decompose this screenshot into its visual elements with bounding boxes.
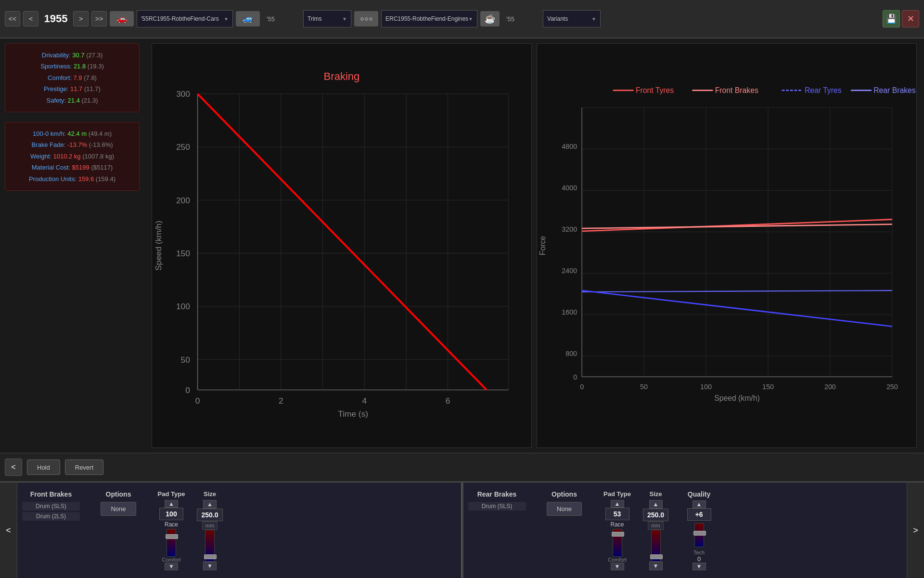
front-pad-down-btn[interactable]: ▼ <box>165 563 178 570</box>
front-brake-option-2[interactable]: Drum (2LS) <box>22 512 80 521</box>
quality-up-btn[interactable]: ▲ <box>693 500 706 508</box>
rear-pad-comfort-label: Comfort <box>608 557 627 563</box>
quality-down-btn[interactable]: ▼ <box>693 563 706 570</box>
front-brake-header: Front Brakes <box>30 490 72 498</box>
front-options-value[interactable]: None <box>101 502 136 516</box>
rear-options-value[interactable]: None <box>547 502 582 516</box>
front-pad-comfort-label: Comfort <box>162 557 180 563</box>
cost-label: Material Cost: <box>32 164 70 171</box>
svg-text:Time (s): Time (s) <box>338 409 368 419</box>
rear-size-up-btn[interactable]: ▲ <box>649 500 663 509</box>
rear-options-header: Options <box>552 490 577 498</box>
fade-compare: (-13.6%) <box>89 141 113 148</box>
svg-text:100: 100 <box>700 383 712 391</box>
brake-panel-left-nav[interactable]: < <box>0 483 17 578</box>
next-next-btn[interactable]: >> <box>91 11 107 26</box>
rear-pad-up-btn[interactable]: ▲ <box>611 500 624 508</box>
svg-text:6: 6 <box>446 396 450 406</box>
car-dropdown-arrow: ▼ <box>224 16 229 22</box>
svg-text:Front Brakes: Front Brakes <box>715 86 758 94</box>
front-brake-option-1[interactable]: Drum (SLS) <box>22 502 80 511</box>
safety-compare: (21.3) <box>82 97 98 104</box>
hold-button[interactable]: Hold <box>27 460 60 475</box>
weight-row: Weight: 1010.2 kg (1007.8 kg) <box>11 151 133 162</box>
units-value: 159.6 <box>78 175 94 183</box>
rear-brake-option-1[interactable]: Drum (SLS) <box>468 502 526 511</box>
engine-file-dropdown[interactable]: ERC1955-RobtheFiend-Engines ▼ <box>381 10 477 27</box>
cost-compare: ($5117) <box>91 164 113 171</box>
year-display: 1955 <box>41 13 70 25</box>
prev-prev-btn[interactable]: << <box>5 11 20 26</box>
rear-size-down-btn[interactable]: ▼ <box>649 562 663 570</box>
variants-year: '55 <box>502 13 541 25</box>
charts-area: Braking <box>144 39 924 453</box>
svg-text:3200: 3200 <box>562 225 577 233</box>
back-button[interactable]: < <box>5 459 22 476</box>
units-label: Production Units: <box>29 175 77 183</box>
drivability-value: 30.7 <box>72 52 84 59</box>
rear-brake-list: Drum (SLS) <box>468 502 526 511</box>
brake-panel: < Front Brakes Drum (SLS) Drum (2LS) Opt… <box>0 482 924 578</box>
car-file-section: '55RC1955-RobtheFiend-Cars ▼ <box>137 10 233 27</box>
quality-slider[interactable] <box>694 523 704 547</box>
rear-pad-down-btn[interactable]: ▼ <box>611 563 624 570</box>
force-chart: Front Tyres Front Brakes Rear Tyres Rear… <box>537 43 917 448</box>
svg-text:Front Tyres: Front Tyres <box>636 86 674 94</box>
next-btn[interactable]: > <box>73 11 89 26</box>
trims-dropdown[interactable]: Trims ▼ <box>303 10 351 27</box>
engine-section: ERC1955-RobtheFiend-Engines ▼ <box>381 10 477 27</box>
svg-text:4800: 4800 <box>562 143 577 150</box>
front-size-up-btn[interactable]: ▲ <box>203 500 217 509</box>
quality-tech-label: Tech <box>693 550 705 555</box>
cup-icon: ☕ <box>480 11 500 26</box>
trims-year: '55 <box>263 13 301 25</box>
svg-text:1600: 1600 <box>562 308 577 316</box>
svg-text:200: 200 <box>824 383 836 391</box>
prestige-label: Prestige: <box>44 85 68 92</box>
engine-icon: ⚙⚙⚙ <box>354 11 378 26</box>
svg-text:150: 150 <box>762 383 774 391</box>
front-options-header: Options <box>106 490 131 498</box>
rear-size-slider[interactable] <box>651 530 661 561</box>
svg-text:4000: 4000 <box>562 184 577 192</box>
weight-value: 1010.2 kg <box>53 153 80 160</box>
engine-dropdown-arrow: ▼ <box>468 16 473 22</box>
front-options-col: Options None <box>85 486 152 574</box>
quality-tech-value: 0 <box>697 555 701 563</box>
rear-pad-header: Pad Type <box>603 490 631 498</box>
comfort-row: Comfort: 7.9 (7.8) <box>11 72 133 83</box>
svg-text:800: 800 <box>565 350 577 357</box>
save-button[interactable]: 💾 <box>883 10 900 27</box>
brake-panel-right-nav[interactable]: > <box>907 483 924 578</box>
rear-brake-header: Rear Brakes <box>477 490 517 498</box>
top-bar-actions: 💾 ✕ <box>883 10 919 27</box>
prev-btn[interactable]: < <box>23 11 38 26</box>
brake-distance-row: 100-0 km/h: 42.4 m (49.4 m) <box>11 128 133 139</box>
svg-text:Braking: Braking <box>324 70 360 82</box>
svg-text:2400: 2400 <box>562 267 577 275</box>
quality-value: +6 <box>687 508 711 521</box>
front-pad-up-btn[interactable]: ▲ <box>165 500 178 508</box>
comfort-compare: (7.8) <box>84 74 97 81</box>
svg-text:300: 300 <box>176 89 190 99</box>
front-size-slider[interactable] <box>205 530 215 561</box>
car-icon: 🚗 <box>110 11 134 26</box>
drivability-label: Drivability: <box>42 52 71 59</box>
weight-compare: (1007.8 kg) <box>82 153 114 160</box>
variants-dropdown[interactable]: Variants ▼ <box>543 10 601 27</box>
svg-text:Rear Brakes: Rear Brakes <box>873 86 916 94</box>
cost-value: $5199 <box>72 164 90 171</box>
car-file-dropdown[interactable]: '55RC1955-RobtheFiend-Cars ▼ <box>137 10 233 27</box>
main-content: Drivability: 30.7 (27.3) Sportiness: 21.… <box>0 39 924 453</box>
svg-text:250: 250 <box>886 383 898 391</box>
brake-dist-value: 42.4 m <box>67 130 87 137</box>
close-button[interactable]: ✕ <box>902 10 919 27</box>
front-brakes-section: Front Brakes Drum (SLS) Drum (2LS) Optio… <box>17 483 462 578</box>
rear-brakes-section: Rear Brakes Drum (SLS) Options None Pad … <box>463 483 907 578</box>
car-icon-2: 🚙 <box>236 11 260 26</box>
front-size-down-btn[interactable]: ▼ <box>203 562 217 570</box>
quality-col: Quality ▲ +6 Tech 0 ▼ <box>675 486 723 574</box>
revert-button[interactable]: Revert <box>65 460 103 475</box>
rear-pad-slider[interactable] <box>613 529 622 557</box>
front-pad-slider[interactable] <box>167 529 176 557</box>
